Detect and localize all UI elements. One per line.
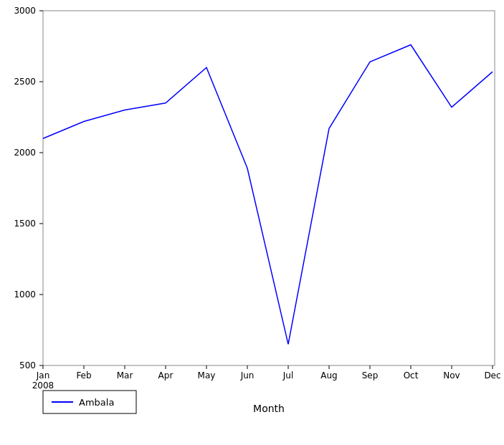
x-tick-feb: Feb [76, 370, 91, 381]
x-tick-sep: Sep [362, 370, 379, 381]
chart-svg: 500 1000 1500 2000 2500 3000 Jan 2008 Fe… [0, 0, 504, 445]
x-tick-jun: Jun [240, 370, 255, 381]
y-tick-1500: 1500 [14, 219, 36, 229]
x-tick-dec: Dec [484, 370, 500, 381]
x-axis-label: Month [253, 403, 285, 414]
x-tick-jan: Jan [36, 370, 50, 381]
x-tick-jul: Jul [282, 370, 293, 381]
svg-rect-0 [43, 11, 495, 365]
y-tick-1000: 1000 [14, 290, 36, 300]
x-year: 2008 [32, 381, 54, 391]
y-tick-3000: 3000 [14, 6, 36, 16]
x-tick-aug: Aug [320, 370, 337, 381]
y-tick-2000: 2000 [14, 148, 36, 158]
x-tick-may: May [198, 370, 216, 381]
y-tick-500: 500 [19, 360, 36, 370]
x-tick-nov: Nov [443, 370, 460, 381]
x-tick-oct: Oct [404, 370, 419, 381]
y-tick-2500: 2500 [14, 77, 36, 87]
legend-label: Ambala [79, 397, 114, 408]
chart-container: 500 1000 1500 2000 2500 3000 Jan 2008 Fe… [0, 0, 504, 445]
x-tick-apr: Apr [158, 370, 173, 381]
x-tick-mar: Mar [117, 370, 133, 381]
